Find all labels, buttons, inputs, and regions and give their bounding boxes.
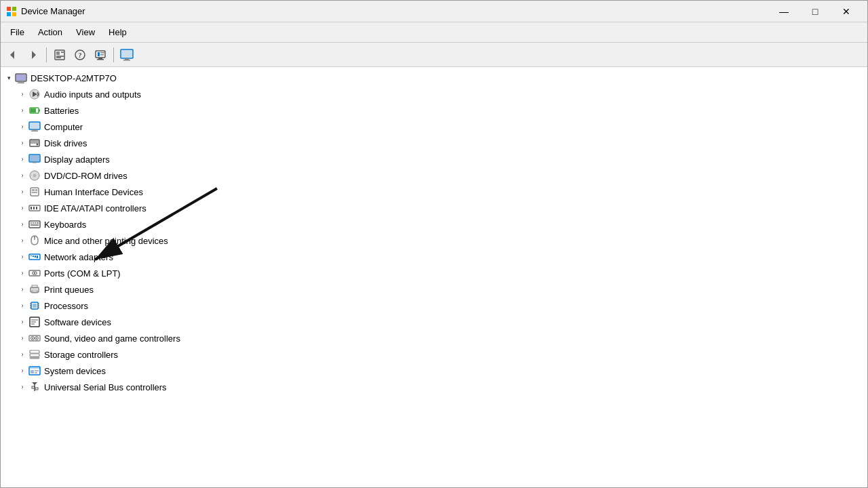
chevron-dvd: › [17,170,28,181]
label-mice: Mice and other pointing devices [44,236,168,246]
tree-item-usb[interactable]: › Universal Serial Bus controllers [1,379,867,395]
tree-item-software[interactable]: › Software devices [1,314,867,330]
toolbar-separator-1 [46,47,47,62]
tree-root-item[interactable]: ▾ DESKTOP-A2MTP7O [1,70,867,86]
svg-rect-0 [7,7,11,11]
tree-item-ports[interactable]: › Ports (COM & LPT) [1,265,867,281]
window-controls: — □ ✕ [768,1,862,22]
window-title: Device Manager [21,6,768,16]
icon-ide [28,201,41,215]
label-print: Print queues [44,285,94,295]
tree-item-computer[interactable]: › Computer [1,119,867,135]
help-button[interactable]: ? [71,45,90,64]
icon-computer [28,120,41,134]
tree-item-audio[interactable]: › Audio inputs and outputs [1,86,867,102]
chevron-sound: › [17,333,28,344]
tree-item-display[interactable]: › Display adapters [1,151,867,167]
chevron-system: › [17,365,28,376]
tree-item-disk[interactable]: › Disk drives [1,135,867,151]
svg-point-86 [32,338,33,339]
properties-button[interactable] [50,45,69,64]
svg-rect-30 [39,109,40,112]
svg-point-87 [36,338,37,339]
chevron-network: › [17,251,28,262]
svg-rect-92 [30,367,41,369]
chevron-processors: › [17,300,28,311]
tree-item-processors[interactable]: › Processors [1,298,867,314]
svg-rect-16 [98,52,100,56]
svg-rect-72 [33,304,37,308]
menu-file[interactable]: File [3,24,31,40]
icon-storage [28,348,41,361]
label-ide: IDE ATA/ATAPI controllers [44,203,146,214]
minimize-button[interactable]: — [768,1,800,22]
svg-text:?: ? [78,51,82,59]
icon-batteries [28,104,41,117]
svg-rect-41 [33,162,37,163]
chevron-computer: › [17,121,28,132]
device-tree: ▾ DESKTOP-A2MTP7O › Audio inputs [1,70,867,395]
svg-rect-67 [34,272,35,274]
chevron-print: › [17,284,28,295]
menu-help[interactable]: Help [102,24,134,40]
tree-item-dvd[interactable]: › DVD/CD-ROM drives [1,167,867,184]
icon-print [28,283,41,296]
tree-item-mice[interactable]: › Mice and other pointing devices [1,232,867,249]
chevron-storage: › [17,349,28,360]
svg-rect-22 [123,60,130,61]
tree-item-network[interactable]: › Network adapters [1,249,867,265]
svg-rect-64 [37,256,38,258]
svg-rect-45 [32,189,35,191]
svg-rect-33 [30,123,39,129]
close-button[interactable]: ✕ [831,1,862,22]
menu-view[interactable]: View [69,24,102,40]
back-icon [7,49,18,60]
chevron-audio: › [17,89,28,100]
svg-rect-24 [16,75,26,81]
svg-rect-93 [31,370,34,373]
icon-keyboards [28,218,41,231]
chevron-hid: › [17,186,28,197]
svg-rect-40 [30,155,39,161]
scan-button[interactable] [91,45,110,64]
tree-item-storage[interactable]: › Storage controllers [1,346,867,363]
tree-item-ide[interactable]: › IDE ATA/ATAPI controllers [1,200,867,216]
icon-network [28,250,41,264]
tree-item-system[interactable]: › System devices [1,363,867,379]
svg-rect-54 [33,222,34,224]
label-audio: Audio inputs and outputs [44,89,141,100]
back-button[interactable] [3,45,22,64]
label-computer: Computer [44,122,83,132]
svg-rect-63 [35,256,36,258]
svg-rect-94 [35,370,39,371]
svg-rect-90 [30,357,39,359]
svg-point-38 [37,144,39,146]
chevron-mice: › [17,235,28,246]
forward-icon [28,49,39,60]
label-hid: Human Interface Devices [44,187,143,197]
tree-item-sound[interactable]: › Sound, video and game controllers [1,330,867,346]
maximize-button[interactable]: □ [800,1,831,22]
monitor-button[interactable] [117,45,136,64]
label-processors: Processors [44,301,88,311]
svg-rect-17 [100,52,104,54]
scan-icon [94,49,106,61]
chevron-software: › [17,317,28,327]
tree-item-print[interactable]: › Print queues [1,281,867,298]
icon-system [28,364,41,378]
svg-rect-62 [33,256,34,257]
svg-rect-61 [31,256,32,256]
chevron-ports: › [17,268,28,279]
tree-item-keyboards[interactable]: › Keyboards [1,216,867,232]
menu-action[interactable]: Action [31,24,69,40]
svg-rect-25 [19,81,23,83]
label-storage: Storage controllers [44,350,118,360]
app-icon [6,6,17,17]
tree-item-batteries[interactable]: › Batteries [1,102,867,119]
tree-item-hid[interactable]: › Human Interface Devices [1,184,867,200]
forward-button[interactable] [24,45,43,64]
svg-rect-95 [35,372,37,373]
svg-rect-57 [31,224,39,226]
device-category-list: › Audio inputs and outputs › Batteries ›… [1,86,867,395]
svg-marker-97 [32,382,37,385]
